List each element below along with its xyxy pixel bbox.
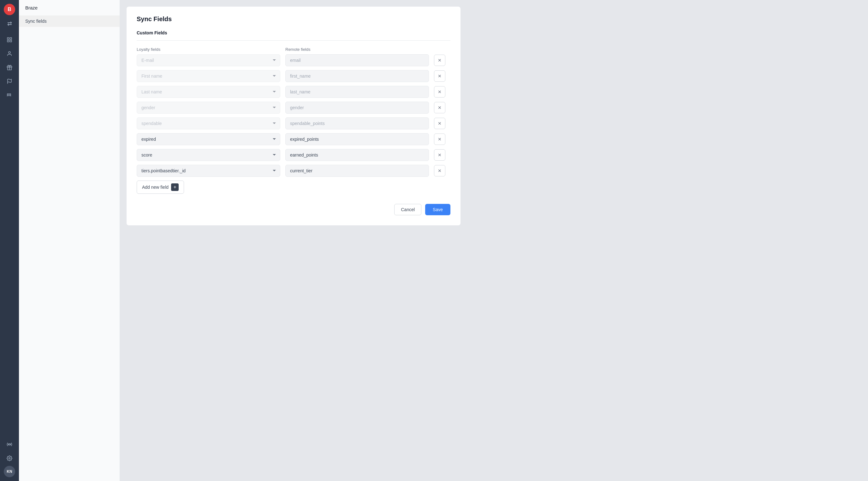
remove-field-button-5[interactable]: ✕ [434, 133, 445, 145]
svg-point-4 [8, 52, 10, 53]
sidebar-item-flags[interactable] [3, 75, 16, 88]
remote-field-input-0[interactable] [285, 54, 429, 66]
sidebar-toggle-icon[interactable]: ⇄ [6, 19, 13, 28]
remote-field-input-3[interactable] [285, 102, 429, 114]
remote-field-input-6[interactable] [285, 149, 429, 161]
svg-rect-0 [7, 38, 9, 39]
sidebar: Braze B ⇄ KN [0, 0, 19, 481]
remote-fields-label: Remote fields [285, 47, 429, 52]
save-button[interactable]: Save [425, 204, 451, 215]
table-row: Last name ✕ [137, 86, 451, 98]
left-panel: Braze Sync fields [19, 0, 120, 481]
svg-point-8 [9, 444, 10, 445]
loyalty-field-select-1[interactable]: First name [137, 70, 280, 82]
sidebar-bottom: KN [3, 438, 16, 477]
card-footer: Cancel Save [137, 204, 451, 215]
svg-rect-3 [10, 40, 12, 42]
sync-fields-nav-item[interactable]: Sync fields [19, 15, 120, 27]
remote-field-input-7[interactable] [285, 165, 429, 177]
add-new-field-button[interactable]: Add new field + [137, 181, 184, 194]
loyalty-field-select-5[interactable]: expired [137, 133, 280, 145]
app-name: Braze [19, 0, 120, 15]
loyalty-fields-label: Loyalty fields [137, 47, 280, 52]
sidebar-nav [3, 33, 16, 436]
user-avatar[interactable]: KN [4, 466, 15, 477]
table-row: gender ✕ [137, 102, 451, 114]
sidebar-item-dashboard[interactable] [3, 33, 16, 46]
loyalty-field-select-6[interactable]: score [137, 149, 280, 161]
remote-field-input-4[interactable] [285, 118, 429, 129]
remote-field-input-5[interactable] [285, 133, 429, 145]
remove-field-button-4[interactable]: ✕ [434, 118, 445, 129]
svg-point-9 [9, 458, 10, 459]
sidebar-item-settings[interactable] [3, 452, 16, 464]
remote-field-input-1[interactable] [285, 70, 429, 82]
sidebar-item-gifts[interactable] [3, 61, 16, 74]
cancel-button[interactable]: Cancel [394, 204, 422, 215]
table-row: score ✕ [137, 149, 451, 161]
add-icon: + [171, 183, 179, 191]
remote-field-input-2[interactable] [285, 86, 429, 98]
table-row: E-mail ✕ [137, 54, 451, 66]
remove-field-button-7[interactable]: ✕ [434, 165, 445, 177]
sync-fields-card: Sync Fields Custom Fields Loyalty fields… [126, 6, 461, 226]
remove-field-button-1[interactable]: ✕ [434, 70, 445, 82]
loyalty-field-select-3[interactable]: gender [137, 102, 280, 114]
loyalty-field-select-4[interactable]: spendable [137, 118, 280, 129]
sidebar-item-integrations[interactable] [3, 438, 16, 451]
main-content: Sync Fields Custom Fields Loyalty fields… [120, 0, 868, 481]
table-row: spendable ✕ [137, 118, 451, 129]
remove-field-button-3[interactable]: ✕ [434, 102, 445, 113]
table-row: tiers.pointbasedtier._id ✕ [137, 165, 451, 177]
field-rows-container: E-mail ✕ First name ✕ Last name ✕ gender… [137, 54, 451, 177]
table-row: expired ✕ [137, 133, 451, 145]
loyalty-field-select-0[interactable]: E-mail [137, 54, 280, 66]
remove-field-button-2[interactable]: ✕ [434, 86, 445, 98]
fields-header: Loyalty fields Remote fields [137, 47, 451, 52]
add-field-label: Add new field [142, 185, 168, 190]
sidebar-item-people[interactable] [3, 47, 16, 60]
remove-field-button-0[interactable]: ✕ [434, 55, 445, 66]
page-title: Sync Fields [137, 15, 451, 23]
sidebar-item-waves[interactable] [3, 89, 16, 102]
section-title: Custom Fields [137, 30, 451, 35]
remove-field-button-6[interactable]: ✕ [434, 149, 445, 161]
table-row: First name ✕ [137, 70, 451, 82]
svg-rect-2 [7, 40, 9, 42]
loyalty-field-select-7[interactable]: tiers.pointbasedtier._id [137, 165, 280, 177]
svg-rect-1 [10, 38, 12, 39]
loyalty-field-select-2[interactable]: Last name [137, 86, 280, 98]
divider [137, 40, 451, 41]
app-logo[interactable]: Braze B [4, 4, 15, 15]
